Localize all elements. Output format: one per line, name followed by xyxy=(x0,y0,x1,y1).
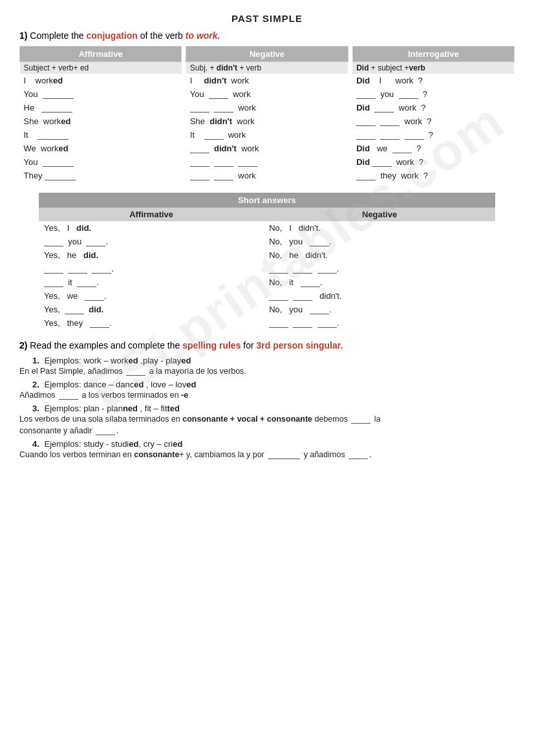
sa-row1-neg: No, I didn't. xyxy=(264,221,449,235)
table-row: You work xyxy=(186,87,348,101)
table-row: they work ? xyxy=(352,169,514,182)
s2-rule-1: En el Past Simple, añadimos a la mayoría… xyxy=(19,367,515,376)
table-row: Did I work ? xyxy=(352,74,514,87)
s2-example-2: 2. Ejemplos: dance – danced , love – lov… xyxy=(32,380,515,389)
table-row: you . No, you . xyxy=(39,235,495,248)
table-row: She worked xyxy=(20,114,182,128)
int-row-3: Did work ? xyxy=(352,101,514,114)
section2: 2) Read the examples and complete the sp… xyxy=(19,340,515,459)
sa-row2-neg: No, you . xyxy=(264,235,449,248)
table-row: It work xyxy=(186,128,348,142)
aff-row-1: I worked xyxy=(20,74,182,87)
sa-row8-neg: . xyxy=(264,316,449,330)
interrogative-table: Interrogative Did + subject +verb Did I … xyxy=(352,46,515,182)
table-row: She didn't work xyxy=(186,114,348,128)
neg-row-4: She didn't work xyxy=(186,114,348,128)
aff-header: Affirmative xyxy=(20,47,182,62)
table-row: it . No, it . xyxy=(39,275,495,289)
sa-row3-aff: Yes, he did. xyxy=(39,248,218,262)
s2-rule-3: Los verbos de una sola sílaba terminados… xyxy=(19,415,515,424)
table-row: Yes, did. No, you . xyxy=(39,303,495,316)
neg-row-6: didn't work xyxy=(186,142,348,155)
sa-row2-aff: you . xyxy=(39,235,218,248)
table-row: Did work ? xyxy=(352,101,514,114)
s2-example-3: 3. Ejemplos: plan - planned , fit – fitt… xyxy=(32,404,515,413)
int-subheader: Did + subject +verb xyxy=(352,62,514,74)
sa-aff-header: Affirmative xyxy=(39,208,264,221)
s2-example-1: 1. Ejemplos: work – worked ,play - playe… xyxy=(32,356,515,365)
int-subheader-row: Did + subject +verb xyxy=(352,62,514,74)
negative-table: Negative Subj. + didn't + verb I didn't … xyxy=(186,46,348,182)
int-row-1: Did I work ? xyxy=(352,74,514,87)
aff-row-7: You xyxy=(20,155,182,169)
table-row: I worked xyxy=(20,74,182,87)
sa-row7-aff: Yes, did. xyxy=(39,303,218,316)
table-row: work xyxy=(186,101,348,114)
aff-row-6: We worked xyxy=(20,142,182,155)
table-row: He xyxy=(20,101,182,114)
int-header: Interrogative xyxy=(352,47,514,62)
int-row-2: you ? xyxy=(352,87,514,101)
neg-row-8: work xyxy=(186,169,348,182)
aff-row-3: He xyxy=(20,101,182,114)
sa-row1-aff: Yes, I did. xyxy=(39,221,218,235)
int-row-8: they work ? xyxy=(352,169,514,182)
sa-row5-neg: No, it . xyxy=(264,275,449,289)
neg-row-1: I didn't work xyxy=(186,74,348,87)
s2-rule-2: Añadimos a los verbos terminados en -e xyxy=(19,391,515,400)
table-row: work xyxy=(186,169,348,182)
sa-main-header: Short answers xyxy=(39,193,495,208)
int-row-4: work ? xyxy=(352,114,514,128)
int-row-5: ? xyxy=(352,128,514,142)
conjugation-tables: Affirmative Subject + verb+ ed I worked … xyxy=(19,46,515,182)
table-row: . . xyxy=(39,262,495,275)
sa-row7-neg: No, you . xyxy=(264,303,449,316)
sa-header: Short answers xyxy=(39,193,495,208)
s2-rule-3b: consonante y añadir . xyxy=(19,426,515,435)
table-row: Yes, I did. No, I didn't. xyxy=(39,221,495,235)
table-row: Yes, he did. No, he didn't. xyxy=(39,248,495,262)
table-row: Did we ? xyxy=(352,142,514,155)
neg-subheader-row: Subj. + didn't + verb xyxy=(186,62,348,74)
int-row-6: Did we ? xyxy=(352,142,514,155)
short-answers-section: Short answers Affirmative Negative Yes, … xyxy=(39,193,495,330)
table-row: We worked xyxy=(20,142,182,155)
page-title: PAST SIMPLE xyxy=(19,13,515,24)
table-row: I didn't work xyxy=(186,74,348,87)
table-row: work ? xyxy=(352,114,514,128)
affirmative-table: Affirmative Subject + verb+ ed I worked … xyxy=(19,46,182,182)
table-row: You xyxy=(20,87,182,101)
table-row: Did work ? xyxy=(352,155,514,169)
aff-row-2: You xyxy=(20,87,182,101)
sa-row4-neg: . xyxy=(264,262,449,275)
neg-header: Negative xyxy=(186,47,348,62)
table-row: Yes, they . . xyxy=(39,316,495,330)
aff-row-8: They xyxy=(20,169,182,182)
sa-row6-neg: didn't. xyxy=(264,289,449,303)
s2-item-2: 2. Ejemplos: dance – danced , love – lov… xyxy=(19,380,515,400)
table-row: Yes, we . didn't. xyxy=(39,289,495,303)
s2-rule-4: Cuando los verbos terminan en consonante… xyxy=(19,450,515,459)
table-row xyxy=(186,155,348,169)
sa-row5-aff: it . xyxy=(39,275,218,289)
neg-row-2: You work xyxy=(186,87,348,101)
s2-item-1: 1. Ejemplos: work – worked ,play - playe… xyxy=(19,356,515,376)
sa-row8-aff: Yes, they . xyxy=(39,316,218,330)
table-row: didn't work xyxy=(186,142,348,155)
s2-example-4: 4. Ejemplos: study - studied, cry – crie… xyxy=(32,439,515,449)
aff-row-4: She worked xyxy=(20,114,182,128)
neg-row-5: It work xyxy=(186,128,348,142)
table-row: you ? xyxy=(352,87,514,101)
neg-subheader: Subj. + didn't + verb xyxy=(186,62,348,74)
neg-row-7 xyxy=(186,155,348,169)
sa-row3-neg: No, he didn't. xyxy=(264,248,449,262)
table-row: It xyxy=(20,128,182,142)
sa-neg-header: Negative xyxy=(264,208,495,221)
section2-title: 2) Read the examples and complete the sp… xyxy=(19,340,515,351)
sa-row4-aff: . xyxy=(39,262,218,275)
table-row: They xyxy=(20,169,182,182)
sa-sub-header: Affirmative Negative xyxy=(39,208,495,221)
table-row: ? xyxy=(352,128,514,142)
neg-row-3: work xyxy=(186,101,348,114)
sa-row6-aff: Yes, we . xyxy=(39,289,218,303)
